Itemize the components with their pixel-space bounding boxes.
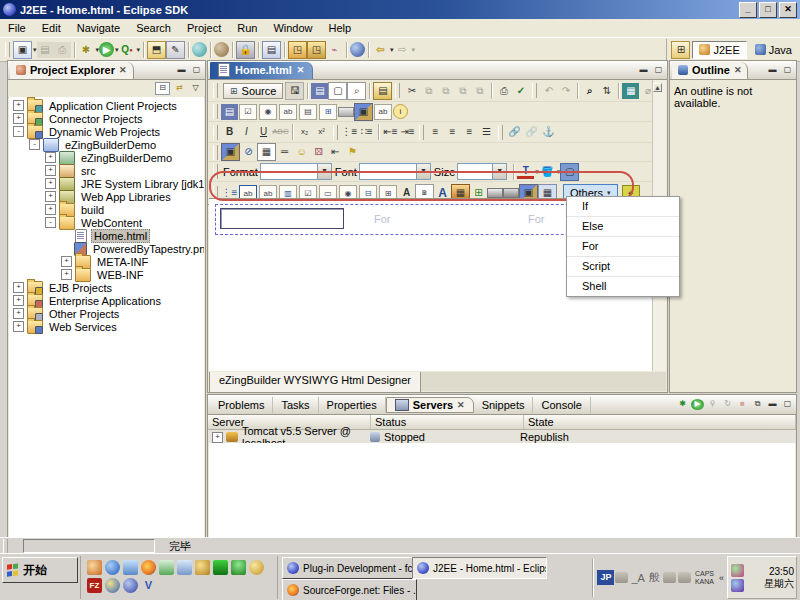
publish-server-icon[interactable]: ⧉ [751, 399, 764, 410]
fill-color-icon[interactable]: 🪣 [539, 164, 556, 180]
toolbar-grip[interactable] [213, 125, 218, 140]
p2p-icon[interactable] [231, 560, 246, 575]
spellcheck-icon[interactable]: ✓ [512, 83, 529, 99]
menu-search[interactable]: Search [128, 20, 179, 36]
ime-conversion-mode[interactable]: 般 [649, 570, 660, 585]
expander-icon[interactable]: + [13, 295, 24, 306]
print-icon[interactable]: ⎙ [54, 42, 71, 58]
tree-item[interactable]: + build [9, 203, 204, 216]
flashget-icon[interactable] [105, 578, 120, 593]
caps-kana-indicator[interactable]: CAPS KANA [695, 570, 714, 586]
filezilla-icon[interactable]: FZ [87, 578, 102, 593]
ime-input-mode[interactable]: _A [631, 572, 644, 584]
expander-icon[interactable]: + [61, 269, 72, 280]
tab-properties[interactable]: Properties [319, 397, 386, 413]
align-right-icon[interactable]: ≡ [461, 124, 478, 140]
indent-icon[interactable]: ⇥≡ [399, 124, 416, 140]
expander-icon[interactable]: + [212, 432, 223, 443]
minimize-button[interactable]: _ [739, 2, 757, 18]
ime-tool-icon[interactable] [663, 572, 676, 583]
tree-item[interactable]: + Connector Projects [9, 112, 204, 125]
expander-icon[interactable]: + [45, 191, 56, 202]
combo-arrow-icon[interactable]: ▼ [416, 164, 430, 179]
toolbar-grip[interactable] [532, 83, 537, 98]
copy-icon[interactable]: ⧉ [420, 83, 437, 99]
minimize-editor-icon[interactable]: ▬ [637, 65, 650, 76]
shield-icon[interactable] [195, 560, 210, 575]
insert-media-icon[interactable]: ⊘ [240, 144, 257, 160]
outdent-icon[interactable]: ⇤≡ [382, 124, 399, 140]
find-replace-icon[interactable]: ⇅ [598, 83, 615, 99]
emoticon-icon[interactable]: ☺ [293, 144, 310, 160]
save-icon[interactable]: ▤ [37, 42, 54, 58]
horizontal-rule-icon[interactable]: ═ [276, 144, 293, 160]
back-icon[interactable]: ⇦ [372, 42, 389, 58]
window-titlebar[interactable]: J2EE - Home.html - Eclipse SDK _ □ ✕ [0, 0, 800, 19]
textfield-widget-icon[interactable]: ab [279, 104, 297, 120]
tree-item-selected[interactable]: Home.html [9, 229, 204, 242]
lock-icon[interactable]: 🔒 [236, 41, 255, 59]
maximize-view-icon[interactable]: ▢ [781, 399, 794, 410]
remove-link-icon[interactable]: 🔗 [523, 124, 540, 140]
preview-icon[interactable]: ⌕ [347, 82, 366, 100]
minimize-view-icon[interactable]: ▬ [766, 65, 779, 76]
messenger-icon[interactable] [123, 560, 138, 575]
paste-text-icon[interactable]: ⧉ [471, 83, 488, 99]
toolbar-grip[interactable] [333, 125, 338, 140]
anchor-icon[interactable]: ⚓ [540, 124, 557, 140]
print-icon[interactable]: ⎙ [495, 83, 512, 99]
tree-item[interactable]: - Dynamic Web Projects [9, 125, 204, 138]
bold-icon[interactable]: B [221, 124, 238, 140]
scroll-up-icon[interactable]: ▲ [653, 83, 662, 92]
media-player-icon[interactable] [105, 560, 120, 575]
tree-item[interactable]: + Enterprise Applications [9, 294, 204, 307]
save-form-icon[interactable]: ▤ [221, 104, 238, 120]
close-button[interactable]: ✕ [779, 2, 797, 18]
open-file-icon[interactable]: ◳ [288, 41, 307, 59]
marker-flag-icon[interactable]: ⚑ [344, 144, 361, 160]
tree-item[interactable]: PoweredByTapestry.png [9, 242, 204, 255]
link-wand-icon[interactable]: ⌁ [326, 42, 343, 58]
open-perspective-icon[interactable]: ⊞ [671, 41, 690, 59]
new-wizard-icon[interactable]: ▣ [13, 41, 32, 59]
column-state[interactable]: State [524, 415, 796, 429]
expander-icon[interactable]: + [45, 152, 56, 163]
toolbar-grip[interactable] [419, 125, 424, 140]
maximize-editor-icon[interactable]: ▢ [652, 65, 665, 76]
debug-server-icon[interactable]: ✱ [676, 399, 689, 410]
toolbar-grip[interactable] [213, 83, 218, 98]
music-icon[interactable] [159, 560, 174, 575]
ime-pen-icon[interactable] [615, 572, 628, 583]
align-center-icon[interactable]: ≡ [444, 124, 461, 140]
menu-run[interactable]: Run [229, 20, 265, 36]
wysiwyg-designer-tab[interactable]: eZingBuilder WYSIWYG Html Designer [209, 372, 421, 393]
ime-pad-icon[interactable] [678, 572, 691, 583]
tray-app-icon[interactable] [731, 579, 744, 592]
insert-link-icon[interactable]: 🔗 [506, 124, 523, 140]
menu-help[interactable]: Help [321, 20, 360, 36]
close-editor-icon[interactable]: ✕ [297, 65, 305, 75]
tree-item[interactable]: + Application Client Projects [9, 99, 204, 112]
tab-tasks[interactable]: Tasks [273, 397, 318, 413]
run-server-icon[interactable]: Q● [119, 42, 136, 58]
minimize-view-icon[interactable]: ▬ [766, 399, 779, 410]
page-break-icon[interactable]: ⇤ [327, 144, 344, 160]
perspective-java-button[interactable]: Java [749, 42, 798, 58]
submit-button-component-icon[interactable] [487, 188, 503, 198]
textarea-widget-icon[interactable]: ab [374, 104, 392, 120]
source-view-button[interactable]: ⊞ Source [223, 83, 283, 99]
language-indicator[interactable]: JP [597, 570, 614, 585]
combo-arrow-icon[interactable]: ▼ [317, 164, 331, 179]
tree-item[interactable]: + JRE System Library [jdk1.5.0_04] [9, 177, 204, 190]
taskbar-button-j2ee-active[interactable]: J2EE - Home.html - Eclips... [412, 557, 547, 579]
forward-icon[interactable]: ⇨ [394, 42, 411, 58]
new-file-wizard-icon[interactable]: ✎ [166, 41, 185, 59]
publish-icon[interactable]: 🖫 [285, 82, 304, 100]
hint-icon[interactable]: i [393, 104, 408, 119]
checkbox-widget-icon[interactable]: ☑ [239, 104, 257, 120]
grid-widget-icon[interactable]: ⊞ [319, 104, 337, 120]
listbox-widget-icon[interactable]: ▤ [299, 104, 317, 120]
expander-icon[interactable]: + [45, 204, 56, 215]
profile-server-icon[interactable]: ⚲ [706, 399, 719, 410]
taskbar-button-sourceforge[interactable]: SourceForge.net: Files - ... [282, 579, 417, 600]
